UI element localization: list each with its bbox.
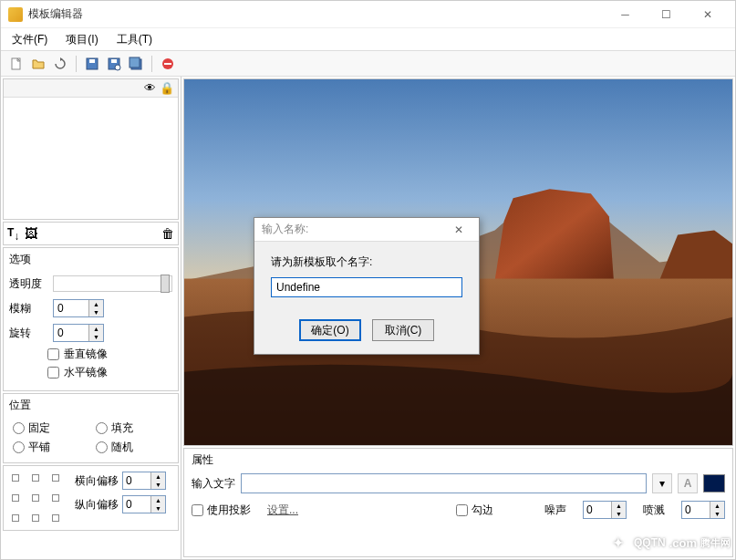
dialog-cancel-button[interactable]: 取消(C) xyxy=(372,319,434,341)
dialog-input[interactable] xyxy=(271,277,462,297)
rotate-label: 旋转 xyxy=(9,326,47,341)
window-title: 模板编辑器 xyxy=(28,6,605,22)
minimize-button[interactable]: ─ xyxy=(605,2,646,27)
opacity-label: 透明度 xyxy=(9,276,47,292)
layer-panel: 👁 🔒 xyxy=(3,78,179,220)
offset-h-spinner[interactable]: 0▲▼ xyxy=(122,472,166,490)
align-tc[interactable] xyxy=(29,472,42,484)
svg-point-5 xyxy=(115,65,120,70)
pos-fixed-radio[interactable] xyxy=(13,422,25,434)
spray-label: 喷溅 xyxy=(643,503,665,518)
svg-rect-4 xyxy=(111,59,117,63)
maximize-button[interactable]: ☐ xyxy=(646,2,687,27)
text-dropdown-button[interactable]: ▾ xyxy=(652,473,672,493)
svg-rect-9 xyxy=(164,63,171,65)
svg-rect-2 xyxy=(89,59,95,63)
lock-icon[interactable]: 🔒 xyxy=(160,81,174,95)
font-button[interactable]: A xyxy=(678,473,698,493)
save-all-icon xyxy=(129,57,143,71)
pos-fill-radio[interactable] xyxy=(96,422,108,434)
align-tr[interactable] xyxy=(49,472,62,484)
options-title: 选项 xyxy=(9,252,172,267)
dialog-ok-button[interactable]: 确定(O) xyxy=(299,319,361,341)
shadow-checkbox[interactable] xyxy=(192,504,203,516)
noise-spinner[interactable]: 0▲▼ xyxy=(583,501,627,519)
flip-v-checkbox[interactable] xyxy=(47,348,59,360)
flip-v-label: 垂直镜像 xyxy=(64,347,108,362)
align-br[interactable] xyxy=(49,512,62,524)
refresh-button[interactable] xyxy=(50,54,70,74)
offset-h-label: 横向偏移 xyxy=(75,473,119,489)
stop-icon xyxy=(161,57,175,71)
image-tool-button[interactable]: 🖼 xyxy=(25,226,37,241)
new-icon xyxy=(9,57,24,71)
align-mc[interactable] xyxy=(29,492,42,504)
align-bl[interactable] xyxy=(9,512,22,524)
dialog-prompt: 请为新模板取个名字: xyxy=(271,254,462,270)
color-button[interactable] xyxy=(703,474,725,493)
align-ml[interactable] xyxy=(9,492,22,504)
menu-tools[interactable]: 工具(T) xyxy=(109,30,160,49)
stroke-checkbox[interactable] xyxy=(456,504,468,516)
flip-h-label: 水平镜像 xyxy=(64,365,108,380)
app-icon xyxy=(8,7,23,22)
text-input[interactable] xyxy=(241,473,647,493)
pos-random-radio[interactable] xyxy=(96,441,108,453)
flip-h-checkbox[interactable] xyxy=(47,367,59,379)
align-bc[interactable] xyxy=(29,512,42,524)
new-button[interactable] xyxy=(6,54,26,74)
save-as-icon xyxy=(107,57,121,71)
svg-rect-7 xyxy=(130,57,140,67)
refresh-icon xyxy=(53,57,67,71)
pos-tile-radio[interactable] xyxy=(13,441,25,453)
menu-file[interactable]: 文件(F) xyxy=(5,30,55,49)
save-button[interactable] xyxy=(82,54,102,74)
props-title: 属性 xyxy=(192,452,725,468)
spray-spinner[interactable]: 0▲▼ xyxy=(681,501,725,519)
blur-label: 模糊 xyxy=(9,301,47,316)
close-button[interactable]: ✕ xyxy=(687,2,728,27)
offset-v-label: 纵向偏移 xyxy=(75,497,119,513)
text-input-label: 输入文字 xyxy=(192,476,235,492)
save-all-button[interactable] xyxy=(126,54,146,74)
align-mr[interactable] xyxy=(49,492,62,504)
settings-link[interactable]: 设置... xyxy=(267,503,298,518)
menu-project[interactable]: 项目(I) xyxy=(58,30,105,49)
folder-icon xyxy=(31,57,46,71)
offset-v-spinner[interactable]: 0▲▼ xyxy=(122,495,166,513)
eye-icon[interactable]: 👁 xyxy=(144,81,156,95)
save-as-button[interactable] xyxy=(104,54,124,74)
dialog-title: 输入名称: xyxy=(262,222,308,237)
blur-spinner[interactable]: 0▲▼ xyxy=(53,299,104,317)
save-icon xyxy=(85,57,99,71)
dialog-close-button[interactable]: ✕ xyxy=(446,221,472,239)
rotate-spinner[interactable]: 0▲▼ xyxy=(53,324,104,342)
text-tool-button[interactable]: T↓ xyxy=(7,224,19,243)
align-tl[interactable] xyxy=(9,472,22,484)
stop-button[interactable] xyxy=(158,54,178,74)
opacity-slider[interactable] xyxy=(53,275,172,292)
open-button[interactable] xyxy=(28,54,48,74)
noise-label: 噪声 xyxy=(544,503,566,518)
position-title: 位置 xyxy=(9,398,172,413)
delete-button[interactable]: 🗑 xyxy=(161,226,174,241)
name-dialog: 输入名称: ✕ 请为新模板取个名字: 确定(O) 取消(C) xyxy=(254,217,480,355)
